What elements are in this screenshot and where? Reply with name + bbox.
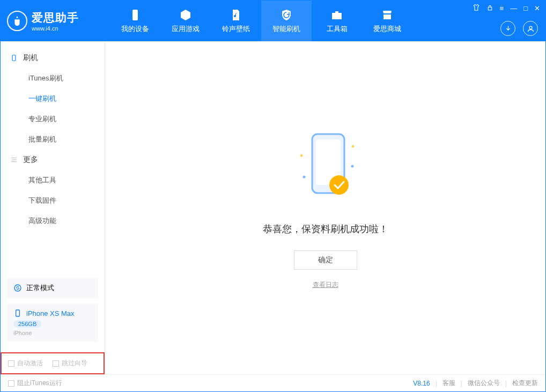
device-type: iPhone [13,330,92,336]
storage-badge: 256GB [13,320,41,328]
shop-icon [380,8,394,22]
svg-rect-0 [132,10,138,20]
mode-label: 正常模式 [26,283,54,293]
user-button[interactable] [523,21,538,36]
nav-tabs: 我的设备 应用游戏 铃声壁纸 智能刷机 工具箱 爱思商城 [110,1,412,41]
logo-icon [7,11,27,31]
nav-label: 铃声壁纸 [222,24,250,34]
nav-label: 爱思商城 [373,24,401,34]
music-file-icon [229,8,243,22]
sidebar-item-other-tools[interactable]: 其他工具 [1,170,105,190]
logo-area: 爱思助手 www.i4.cn [7,10,93,32]
check-update-link[interactable]: 检查更新 [512,379,538,388]
svg-rect-1 [332,13,342,19]
phone-icon [128,8,142,22]
sidebar-item-pro-flash[interactable]: 专业刷机 [1,109,105,129]
svg-point-4 [529,26,532,29]
sidebar-item-download-firmware[interactable]: 下载固件 [1,190,105,211]
mode-card[interactable]: 正常模式 [7,278,98,298]
nav-toolbox[interactable]: 工具箱 [312,1,362,41]
sidebar-item-batch-flash[interactable]: 批量刷机 [1,129,105,150]
shield-refresh-icon [279,8,293,22]
checkbox-label: 跳过向导 [62,359,87,368]
nav-apps-games[interactable]: 应用游戏 [160,1,211,41]
nav-label: 应用游戏 [172,24,200,34]
svg-point-12 [351,165,353,168]
success-illustration [283,126,368,206]
checkbox-skip-guide[interactable]: 跳过向导 [53,359,87,368]
checkbox-label: 自动激活 [17,359,43,368]
svg-rect-7 [16,310,20,316]
header-right-buttons [500,21,538,36]
sidebar-group-more: 更多 [1,150,105,170]
phone-small-icon [13,309,22,317]
main-content: 恭喜您，保资料刷机成功啦！ 确定 查看日志 [105,41,545,374]
checkbox-auto-activate[interactable]: 自动激活 [8,359,43,368]
refresh-icon [13,284,22,292]
nav-label: 智能刷机 [272,24,300,34]
version-label: V8.16 [413,380,430,387]
sidebar-item-oneclick-flash[interactable]: 一键刷机 [1,88,105,109]
device-card[interactable]: iPhone XS Max 256GB iPhone [7,304,98,342]
nav-store[interactable]: 爱思商城 [362,1,412,41]
nav-label: 我的设备 [121,24,149,34]
cube-icon [179,8,193,22]
svg-rect-2 [335,11,338,13]
nav-label: 工具箱 [327,24,348,34]
sidebar: 刷机 iTunes刷机 一键刷机 专业刷机 批量刷机 更多 其他工具 下载固件 … [1,41,105,374]
checkbox-block-itunes[interactable]: 阻止iTunes运行 [8,379,62,388]
shirt-icon[interactable] [473,4,480,13]
success-message: 恭喜您，保资料刷机成功啦！ [263,223,388,235]
checkbox-icon [8,380,14,387]
wechat-link[interactable]: 微信公众号 [468,379,500,388]
list-icon [10,156,18,164]
app-subtitle: www.i4.cn [32,25,79,32]
group-label: 更多 [23,155,38,165]
ok-button[interactable]: 确定 [294,250,357,270]
minimize-button[interactable]: — [510,4,517,12]
device-name: iPhone XS Max [26,309,75,317]
sidebar-group-flash: 刷机 [1,48,105,68]
group-label: 刷机 [23,53,38,63]
nav-my-device[interactable]: 我的设备 [110,1,160,41]
checkbox-label: 阻止iTunes运行 [17,379,62,388]
window-controls: ≡ — □ ✕ [473,4,540,13]
svg-rect-3 [488,7,492,10]
svg-rect-5 [12,55,16,61]
view-log-link[interactable]: 查看日志 [313,280,338,290]
menu-icon[interactable]: ≡ [500,4,504,12]
checkbox-icon [53,360,59,367]
download-button[interactable] [500,21,515,36]
app-title: 爱思助手 [32,10,79,25]
support-link[interactable]: 客服 [442,379,455,388]
sidebar-item-itunes-flash[interactable]: iTunes刷机 [1,68,105,88]
toolbox-icon [330,8,344,22]
lock-icon[interactable] [486,4,493,13]
device-icon [10,54,18,62]
svg-point-6 [14,285,21,291]
nav-ringtones[interactable]: 铃声壁纸 [211,1,261,41]
svg-point-10 [329,175,349,195]
sidebar-options-highlighted: 自动激活 跳过向导 [1,352,105,374]
maximize-button[interactable]: □ [523,4,528,12]
checkbox-icon [8,360,14,367]
svg-point-11 [302,176,305,179]
close-button[interactable]: ✕ [534,4,540,12]
sidebar-item-advanced[interactable]: 高级功能 [1,211,105,231]
footer: 阻止iTunes运行 V8.16 | 客服 | 微信公众号 | 检查更新 [1,374,545,391]
app-header: 爱思助手 www.i4.cn 我的设备 应用游戏 铃声壁纸 智能刷机 工具箱 爱… [1,1,545,41]
nav-smart-flash[interactable]: 智能刷机 [261,1,312,41]
